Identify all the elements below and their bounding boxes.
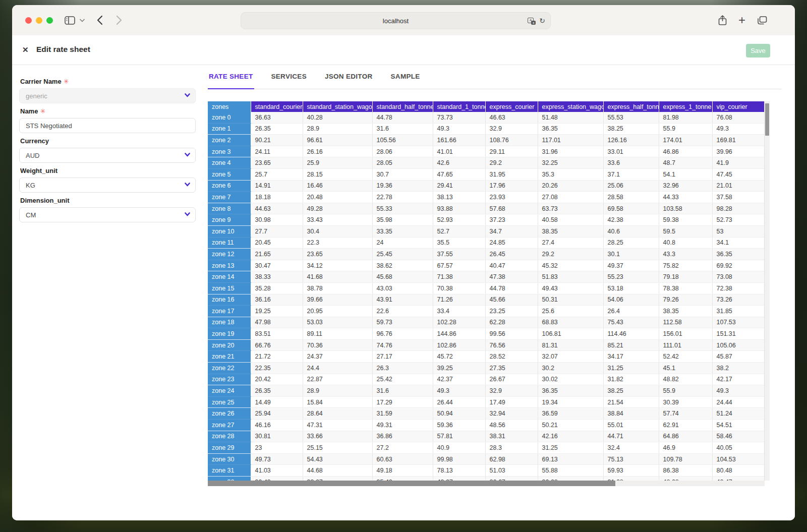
rate-cell[interactable]: 89.11	[303, 328, 372, 340]
rate-cell[interactable]: 39.66	[303, 294, 372, 306]
zone-cell[interactable]: zone 6	[208, 180, 251, 192]
zone-cell[interactable]: zone 4	[208, 157, 251, 169]
rate-cell[interactable]: 54.1	[659, 168, 712, 180]
rate-cell[interactable]: 151.31	[712, 328, 765, 340]
rate-cell[interactable]: 28.64	[303, 408, 372, 420]
rate-cell[interactable]: 27.35	[485, 363, 538, 374]
rate-cell[interactable]: 38.62	[372, 260, 433, 271]
rate-cell[interactable]: 38.13	[433, 192, 485, 203]
rate-cell[interactable]: 44.63	[251, 203, 303, 214]
rate-cell[interactable]: 38.2	[712, 363, 765, 374]
rate-cell[interactable]: 30.39	[659, 396, 712, 408]
rate-cell[interactable]: 59.93	[603, 465, 659, 477]
rate-cell[interactable]: 44.78	[372, 112, 433, 123]
rate-cell[interactable]: 169.81	[712, 135, 765, 146]
rate-cell[interactable]: 107.53	[712, 317, 765, 328]
rate-cell[interactable]: 62.98	[485, 453, 538, 465]
rate-cell[interactable]: 28.58	[603, 192, 659, 203]
rate-cell[interactable]: 28.25	[603, 237, 659, 249]
rate-cell[interactable]: 28.3	[485, 442, 538, 454]
zone-cell[interactable]: zone 18	[208, 317, 251, 328]
rate-cell[interactable]: 33.4	[433, 306, 485, 317]
rate-cell[interactable]: 79.26	[659, 294, 712, 306]
rate-cell[interactable]: 40.28	[303, 112, 372, 123]
rate-cell[interactable]: 33.66	[303, 431, 372, 442]
rate-cell[interactable]: 28.52	[485, 351, 538, 363]
tab-sample[interactable]: SAMPLE	[390, 71, 421, 89]
zone-cell[interactable]: zone 1	[208, 123, 251, 135]
rate-cell[interactable]: 28.15	[303, 168, 372, 180]
rate-cell[interactable]: 37.58	[712, 192, 765, 203]
rate-cell[interactable]: 75.43	[603, 317, 659, 328]
rate-cell[interactable]: 48.56	[485, 420, 538, 431]
rate-cell[interactable]: 55.88	[538, 465, 603, 477]
rate-cell[interactable]: 38.25	[603, 123, 659, 135]
rate-cell[interactable]: 70.36	[303, 339, 372, 351]
rate-cell[interactable]: 32.25	[538, 157, 603, 169]
carrier-name-select[interactable]: generic	[19, 88, 196, 103]
rate-cell[interactable]: 20.45	[251, 237, 303, 249]
rate-cell[interactable]: 22.6	[372, 306, 433, 317]
rate-cell[interactable]: 48.08	[659, 477, 712, 481]
rate-cell[interactable]: 14.91	[251, 180, 303, 192]
rate-cell[interactable]: 16.46	[303, 180, 372, 192]
zone-cell[interactable]: zone 22	[208, 363, 251, 374]
rate-cell[interactable]: 39.96	[712, 146, 765, 157]
zone-cell[interactable]: zone 16	[208, 294, 251, 306]
tab-json-editor[interactable]: JSON EDITOR	[324, 71, 374, 89]
rate-cell[interactable]: 36.63	[251, 112, 303, 123]
rate-cell[interactable]: 27.7	[251, 225, 303, 237]
tab-overview-icon[interactable]	[758, 5, 767, 35]
rate-cell[interactable]: 30.08	[538, 477, 603, 481]
vertical-scrollbar-thumb[interactable]	[765, 103, 769, 136]
rate-cell[interactable]: 41.03	[251, 465, 303, 477]
rate-cell[interactable]: 34.17	[603, 351, 659, 363]
rate-cell[interactable]: 31.96	[538, 146, 603, 157]
zone-cell[interactable]: zone 15	[208, 282, 251, 294]
rate-cell[interactable]: 21.65	[251, 249, 303, 260]
rate-cell[interactable]: 43.03	[372, 282, 433, 294]
rate-cell[interactable]: 27.08	[538, 192, 603, 203]
rate-cell[interactable]: 75.13	[603, 453, 659, 465]
rate-cell[interactable]: 99.98	[433, 453, 485, 465]
rate-cell[interactable]: 38.25	[603, 385, 659, 397]
rate-cell[interactable]: 40.47	[485, 260, 538, 271]
rate-cell[interactable]: 41.01	[433, 146, 485, 157]
rate-cell[interactable]: 31.6	[372, 385, 433, 397]
rate-cell[interactable]: 69.13	[538, 453, 603, 465]
rate-cell[interactable]: 55.9	[659, 123, 712, 135]
rate-cell[interactable]: 20.48	[303, 192, 372, 203]
rate-cell[interactable]: 33.43	[303, 214, 372, 226]
rate-cell[interactable]: 23.25	[485, 306, 538, 317]
rate-cell[interactable]: 30.47	[251, 260, 303, 271]
rate-cell[interactable]: 59.36	[433, 420, 485, 431]
rate-cell[interactable]: 57.68	[485, 203, 538, 214]
rate-cell[interactable]: 161.66	[433, 135, 485, 146]
rate-cell[interactable]: 52.42	[659, 351, 712, 363]
rate-cell[interactable]: 49.28	[303, 203, 372, 214]
rate-cell[interactable]: 83.51	[251, 328, 303, 340]
rate-cell[interactable]: 49.18	[372, 465, 433, 477]
rate-cell[interactable]: 51.48	[538, 112, 603, 123]
zone-cell[interactable]: zone 0	[208, 112, 251, 123]
rate-cell[interactable]: 68.83	[538, 317, 603, 328]
rate-cell[interactable]: 14.49	[251, 396, 303, 408]
rate-cell[interactable]: 25.6	[538, 306, 603, 317]
rate-cell[interactable]: 117.01	[538, 135, 603, 146]
rate-cell[interactable]: 24.85	[485, 237, 538, 249]
rate-cell[interactable]: 49.37	[603, 260, 659, 271]
rate-column-header[interactable]: standard_courier	[251, 101, 303, 112]
rate-cell[interactable]: 42.47	[712, 477, 765, 481]
rate-cell[interactable]: 21.01	[712, 180, 765, 192]
rate-cell[interactable]: 40.8	[659, 237, 712, 249]
reload-icon[interactable]: ↻	[539, 17, 545, 25]
rate-column-header[interactable]: express_courier	[485, 101, 538, 112]
rate-cell[interactable]: 17.49	[485, 396, 538, 408]
rate-cell[interactable]: 35.28	[251, 282, 303, 294]
zone-cell[interactable]: zone 30	[208, 453, 251, 465]
tab-rate-sheet[interactable]: RATE SHEET	[208, 71, 254, 89]
rate-cell[interactable]: 53.18	[603, 282, 659, 294]
rate-cell[interactable]: 81.31	[538, 339, 603, 351]
rate-cell[interactable]: 35.98	[372, 214, 433, 226]
rate-cell[interactable]: 30.1	[603, 249, 659, 260]
